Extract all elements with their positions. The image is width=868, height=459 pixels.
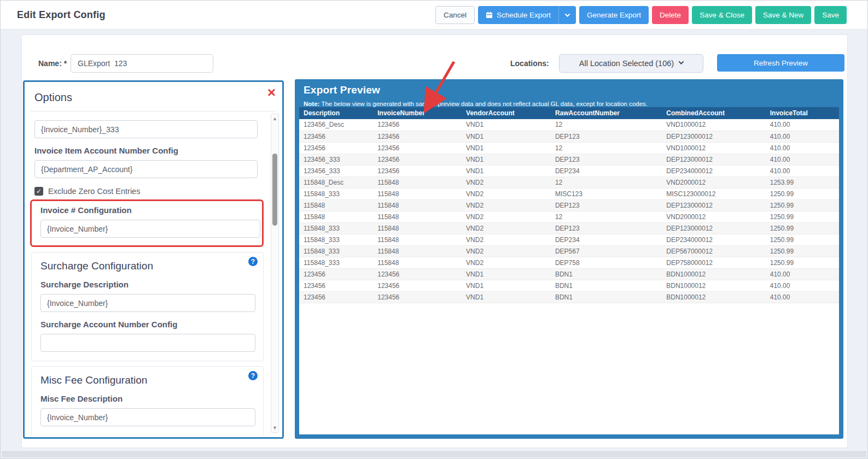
surcharge-description-input[interactable]	[40, 294, 255, 312]
table-cell: DEP234000012	[662, 234, 766, 245]
table-cell: 1250.99	[766, 234, 839, 245]
table-cell: 123456	[373, 131, 462, 142]
table-row[interactable]: 115848_333115848VND2DEP758DEP75800001212…	[299, 257, 839, 268]
table-row[interactable]: 115848_333115848VND2DEP234DEP23400001212…	[299, 234, 839, 245]
invoice-config-input[interactable]	[40, 220, 260, 238]
table-row[interactable]: 115848115848VND2DEP123DEP1230000121250.9…	[299, 199, 839, 211]
name-label: Name: *	[38, 59, 67, 68]
save-button[interactable]: Save	[814, 6, 847, 24]
bottom-scrollbar-strip[interactable]	[2, 451, 866, 457]
table-row[interactable]: 123456_333123456VND1DEP123DEP12300001241…	[299, 154, 839, 165]
misc-fee-description-input[interactable]	[40, 408, 255, 426]
scroll-up-icon[interactable]: ▲	[271, 114, 278, 123]
table-cell: 1250.99	[766, 245, 839, 257]
table-cell: 123456	[299, 142, 373, 154]
delete-button[interactable]: Delete	[652, 6, 689, 24]
table-row[interactable]: 123456123456VND1BDN1BDN1000012410.00	[299, 280, 839, 291]
table-cell: DEP758	[551, 257, 662, 268]
table-cell: 123456	[373, 268, 462, 280]
table-cell: 123456_333	[299, 154, 373, 165]
table-cell: 410.00	[766, 268, 839, 280]
table-cell: 115848_Desc	[299, 176, 373, 188]
table-cell: 123456	[299, 268, 373, 280]
table-row[interactable]: 115848_333115848VND2DEP123DEP12300001212…	[299, 222, 839, 234]
table-cell: 115848	[373, 222, 462, 234]
table-row[interactable]: 123456123456VND1BDN1BDN1000012410.00	[299, 291, 839, 303]
generate-export-button[interactable]: Generate Export	[579, 6, 649, 24]
table-cell: VND1	[462, 165, 551, 176]
table-cell: 115848_333	[299, 234, 373, 245]
surcharge-section-title: Surcharge Configuration	[40, 260, 254, 272]
schedule-export-caret-button[interactable]	[558, 6, 576, 24]
table-cell: VND1000012	[662, 119, 766, 131]
table-column-header[interactable]: CombinedAccount	[662, 107, 766, 119]
table-cell: 1250.99	[766, 188, 839, 199]
table-cell: DEP123000012	[662, 154, 766, 165]
table-cell: 123456	[373, 280, 462, 291]
save-and-new-button[interactable]: Save & New	[755, 6, 811, 24]
table-column-header[interactable]: InvoiceNumber	[373, 107, 462, 119]
table-column-header[interactable]: InvoiceTotal	[766, 107, 839, 119]
table-cell: DEP234000012	[662, 165, 766, 176]
close-icon[interactable]: ×	[267, 84, 276, 101]
schedule-export-button[interactable]: Schedule Export	[478, 6, 558, 24]
table-cell: DEP123000012	[662, 222, 766, 234]
table-cell: 123456	[299, 280, 373, 291]
misc-fee-description-label: Misc Fee Description	[40, 394, 254, 403]
table-row[interactable]: 123456_333123456VND1DEP234DEP23400001241…	[299, 165, 839, 176]
table-row[interactable]: 115848_Desc115848VND212VND20000121253.99	[299, 176, 839, 188]
table-cell: 115848_333	[299, 257, 373, 268]
table-cell: VND2	[462, 211, 551, 222]
invoice-description-config-input[interactable]	[34, 120, 258, 138]
cancel-button[interactable]: Cancel	[435, 6, 475, 24]
table-cell: 115848	[299, 199, 373, 211]
help-icon[interactable]: ?	[248, 371, 258, 380]
table-row[interactable]: 123456123456VND112VND1000012410.00	[299, 142, 839, 154]
table-cell: 115848	[373, 211, 462, 222]
table-cell: 410.00	[766, 119, 839, 131]
table-cell: 115848	[373, 234, 462, 245]
table-cell: DEP234	[551, 165, 662, 176]
table-cell: DEP123	[551, 222, 662, 234]
table-row[interactable]: 115848_333115848VND2DEP567DEP56700001212…	[299, 245, 839, 257]
save-and-close-button[interactable]: Save & Close	[692, 6, 752, 24]
table-column-header[interactable]: RawAccountNumber	[551, 107, 662, 119]
table-row[interactable]: 115848_333115848VND2MISC123MISC123000012…	[299, 188, 839, 199]
options-scrollbar[interactable]: ▲ ▼	[271, 114, 279, 433]
table-cell: DEP567	[551, 245, 662, 257]
table-cell: MISC123000012	[662, 188, 766, 199]
table-row[interactable]: 123456123456VND1DEP123DEP123000012410.00	[299, 131, 839, 142]
chevron-down-icon	[679, 59, 684, 64]
table-column-header[interactable]: Description	[299, 107, 373, 119]
table-cell: 1250.99	[766, 222, 839, 234]
table-cell: 1250.99	[766, 199, 839, 211]
surcharge-account-input[interactable]	[40, 334, 255, 352]
help-icon[interactable]: ?	[248, 257, 258, 266]
table-cell: BDN1000012	[662, 291, 766, 303]
calendar-icon	[486, 11, 493, 19]
table-cell: 1250.99	[766, 257, 839, 268]
table-cell: DEP123000012	[662, 199, 766, 211]
annotation-highlight-box: Invoice # Configuration	[30, 199, 264, 247]
misc-fee-configuration-section: ? Misc Fee Configuration Misc Fee Descri…	[31, 366, 264, 436]
table-cell: 123456	[299, 131, 373, 142]
scrollbar-thumb[interactable]	[272, 154, 277, 226]
table-header-row: DescriptionInvoiceNumberVendorAccountRaw…	[299, 107, 839, 119]
exclude-zero-cost-checkbox[interactable]: ✓	[34, 187, 43, 196]
surcharge-description-label: Surcharge Description	[40, 280, 254, 289]
table-column-header[interactable]: VendorAccount	[462, 107, 551, 119]
invoice-item-account-input[interactable]	[34, 160, 258, 178]
table-row[interactable]: 123456_Desc123456VND112VND1000012410.00	[299, 119, 839, 131]
name-input[interactable]	[71, 54, 213, 73]
refresh-preview-button[interactable]: Refresh Preview	[717, 54, 844, 72]
table-cell: 115848	[373, 176, 462, 188]
table-cell: VND2	[462, 176, 551, 188]
table-row[interactable]: 115848115848VND212VND20000121250.99	[299, 211, 839, 222]
table-row[interactable]: 123456123456VND1BDN1BDN1000012410.00	[299, 268, 839, 280]
locations-dropdown[interactable]: All Location Selected (106)	[559, 54, 703, 73]
scroll-down-icon[interactable]: ▼	[271, 423, 278, 432]
table-cell: VND1	[462, 131, 551, 142]
table-cell: 12	[551, 142, 662, 154]
table-cell: VND2	[462, 245, 551, 257]
table-cell: DEP123000012	[662, 131, 766, 142]
